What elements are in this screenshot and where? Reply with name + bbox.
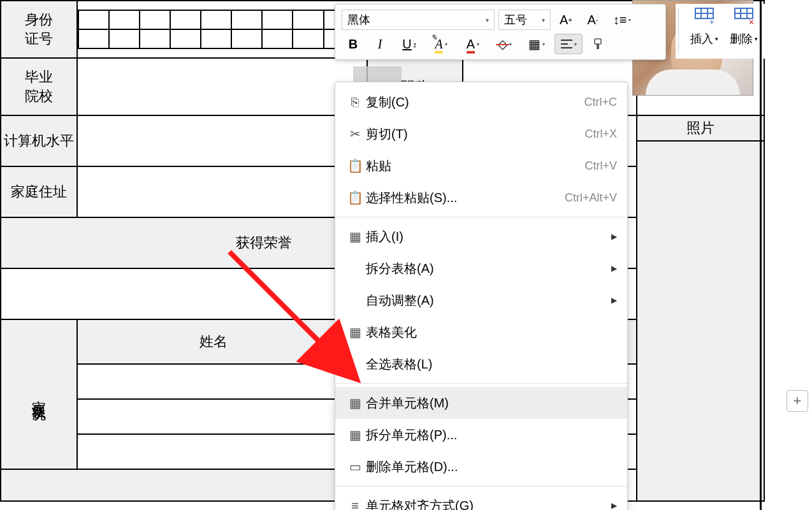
italic-button[interactable]: I <box>368 34 391 54</box>
context-menu-item[interactable]: 📋选择性粘贴(S)...Ctrl+Alt+V <box>335 182 627 214</box>
menu-item-label: 复制(C) <box>366 94 584 111</box>
menu-item-icon: ▦ <box>344 324 366 340</box>
grow-font-button[interactable]: A+ <box>555 10 577 30</box>
borders-button[interactable]: ▦▾ <box>523 34 551 54</box>
svg-text:+: + <box>709 17 714 24</box>
font-color-button[interactable]: A ▾ <box>459 34 487 54</box>
menu-item-label: 表格美化 <box>366 324 617 341</box>
label-grad: 毕业 院校 <box>1 58 77 115</box>
menu-item-icon: ▦ <box>344 395 366 411</box>
menu-item-shortcut: Ctrl+V <box>584 159 617 173</box>
add-button[interactable]: + <box>787 390 808 412</box>
menu-item-label: 单元格对齐方式(G) <box>366 497 611 511</box>
menu-item-icon: 📋 <box>344 190 366 205</box>
menu-item-shortcut: Ctrl+X <box>584 127 617 141</box>
menu-item-icon: ✂ <box>344 126 366 142</box>
context-menu-item[interactable]: ▦拆分单元格(P)... <box>335 419 627 451</box>
menu-item-icon: ▭ <box>344 459 366 474</box>
menu-item-shortcut: Ctrl+Alt+V <box>565 191 617 205</box>
svg-rect-3 <box>595 39 601 44</box>
context-menu-separator <box>335 486 627 486</box>
bold-button[interactable]: B <box>342 34 365 54</box>
menu-item-label: 删除单元格(D)... <box>366 458 617 476</box>
menu-item-label: 剪切(T) <box>366 126 584 143</box>
table-insert-icon: + <box>695 8 714 29</box>
context-menu-item[interactable]: ✂剪切(T)Ctrl+X <box>335 118 627 150</box>
menu-item-label: 自动调整(A) <box>366 292 611 309</box>
menu-item-label: 全选表格(L) <box>366 356 617 373</box>
format-painter-button[interactable] <box>586 34 609 54</box>
menu-item-label: 粘贴 <box>366 157 584 175</box>
table-delete-button[interactable]: ✕ 删除▾ <box>730 8 758 52</box>
font-family-select[interactable]: 黑体▾ <box>342 10 495 30</box>
menu-item-icon: 📋 <box>344 158 366 173</box>
menu-item-icon: ▦ <box>344 427 366 442</box>
context-menu-separator <box>335 217 627 217</box>
label-id: 身份 证号 <box>1 1 77 58</box>
underline-button[interactable]: U▾ <box>395 34 423 54</box>
mini-formatting-toolbar: 黑体▾ 五号▾ A+ A- ↕≡▾ B I U▾ A✎ ▾ A ▾ ◇ ▾ ▦▾… <box>335 4 666 60</box>
context-menu-item[interactable]: ·全选表格(L) <box>335 348 627 380</box>
align-left-button[interactable]: ▾ <box>555 34 583 54</box>
label-computer: 计算机水平 <box>1 115 77 166</box>
context-menu-item[interactable]: ▦合并单元格(M) <box>335 387 627 419</box>
table-tools-buttons: + 插入▾ ✕ 删除▾ <box>676 4 765 59</box>
shrink-font-button[interactable]: A- <box>581 10 604 30</box>
menu-item-label: 选择性粘贴(S)... <box>366 189 565 207</box>
context-menu-item[interactable]: ▭删除单元格(D)... <box>335 451 627 483</box>
submenu-arrow-icon: ▶ <box>611 501 617 510</box>
menu-item-icon: ▦ <box>344 229 366 244</box>
menu-item-label: 拆分表格(A) <box>366 260 611 277</box>
line-spacing-button[interactable]: ↕≡▾ <box>608 10 636 30</box>
submenu-arrow-icon: ▶ <box>611 264 617 273</box>
context-menu: ⎘复制(C)Ctrl+C✂剪切(T)Ctrl+X📋粘贴Ctrl+V📋选择性粘贴(… <box>335 82 628 510</box>
menu-item-label: 合并单元格(M) <box>366 395 617 412</box>
menu-item-label: 插入(I) <box>366 228 611 245</box>
context-menu-item[interactable]: ·自动调整(A)▶ <box>335 284 627 316</box>
label-photo: 照片 <box>637 115 764 141</box>
submenu-arrow-icon: ▶ <box>611 232 617 241</box>
svg-text:✕: ✕ <box>748 18 753 24</box>
context-menu-item[interactable]: ⎘复制(C)Ctrl+C <box>335 86 627 118</box>
submenu-arrow-icon: ▶ <box>611 296 617 305</box>
context-menu-item[interactable]: 📋粘贴Ctrl+V <box>335 150 627 182</box>
svg-rect-4 <box>597 44 599 49</box>
page-boundary <box>760 0 762 510</box>
menu-item-label: 拆分单元格(P)... <box>366 426 617 444</box>
menu-item-icon: ⎘ <box>344 95 366 110</box>
context-menu-item[interactable]: ·拆分表格(A)▶ <box>335 252 627 284</box>
label-name: 姓名 <box>77 319 350 364</box>
context-menu-separator <box>335 383 627 384</box>
context-menu-item[interactable]: ▦插入(I)▶ <box>335 221 627 252</box>
context-menu-item[interactable]: ≡单元格对齐方式(G)▶ <box>335 490 627 510</box>
menu-item-shortcut: Ctrl+C <box>584 96 617 109</box>
menu-item-icon: ≡ <box>344 499 366 511</box>
font-size-select[interactable]: 五号▾ <box>498 10 551 30</box>
table-delete-icon: ✕ <box>734 8 753 29</box>
highlight-color-button[interactable]: A✎ ▾ <box>427 34 455 54</box>
label-address: 家庭住址 <box>1 166 77 217</box>
table-insert-button[interactable]: + 插入▾ <box>690 8 718 52</box>
eraser-button[interactable]: ◇ ▾ <box>491 34 519 54</box>
label-family: 家庭状况 <box>1 319 77 469</box>
context-menu-item[interactable]: ▦表格美化 <box>335 316 627 348</box>
